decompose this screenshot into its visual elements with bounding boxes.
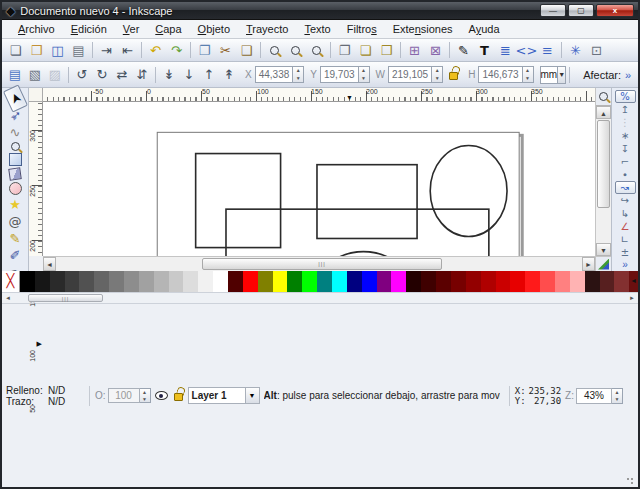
- menu-texto[interactable]: Texto: [296, 21, 338, 37]
- color-swatch[interactable]: [406, 271, 421, 292]
- deselect-icon[interactable]: ▨: [45, 65, 65, 84]
- color-swatch[interactable]: [555, 271, 570, 292]
- color-swatch[interactable]: [35, 271, 50, 292]
- flip-horizontal-icon[interactable]: ⇄: [112, 65, 132, 84]
- snap-path-intersections[interactable]: ∙: [615, 168, 636, 181]
- menu-capa[interactable]: Capa: [147, 21, 189, 37]
- color-swatch[interactable]: [525, 271, 540, 292]
- color-swatch[interactable]: [79, 271, 94, 292]
- x-field-spinner[interactable]: ▲▼: [293, 66, 304, 83]
- no-color-swatch[interactable]: ╳: [2, 271, 20, 292]
- xml-editor-icon[interactable]: <>: [516, 41, 537, 60]
- minimize-button[interactable]: —: [540, 4, 566, 17]
- vertical-ruler[interactable]: 30025020015010050▶: [29, 102, 43, 256]
- color-swatch[interactable]: [287, 271, 302, 292]
- lock-ratio-icon[interactable]: [449, 72, 458, 80]
- color-swatch[interactable]: [109, 271, 124, 292]
- overflow-chevron[interactable]: »: [622, 259, 628, 270]
- color-swatch[interactable]: [50, 271, 65, 292]
- snap-nodes[interactable]: ↧: [615, 142, 636, 155]
- palette-scrollbar[interactable]: ◄ ||| ►: [2, 292, 638, 304]
- spiral-tool[interactable]: @: [4, 213, 27, 230]
- color-swatch[interactable]: [213, 271, 228, 292]
- text-dialog-icon[interactable]: T: [474, 41, 495, 60]
- height-field-spinner[interactable]: ▲▼: [523, 66, 534, 83]
- color-swatch[interactable]: [94, 271, 109, 292]
- snap-smooth-nodes[interactable]: ↪: [615, 194, 636, 207]
- duplicate-icon[interactable]: ❐: [334, 41, 355, 60]
- color-swatch[interactable]: [391, 271, 406, 292]
- lower-icon[interactable]: ↓: [179, 65, 199, 84]
- export-icon[interactable]: ⇤: [117, 41, 138, 60]
- color-swatch[interactable]: [124, 271, 139, 292]
- horizontal-scrollbar[interactable]: ◄ ||| ►: [43, 256, 595, 271]
- menu-filtros[interactable]: Filtros: [339, 21, 385, 37]
- snap-grid[interactable]: ±: [615, 246, 636, 259]
- opacity-spinner[interactable]: ▲▼: [140, 388, 151, 403]
- color-swatch[interactable]: [466, 271, 481, 292]
- color-swatch[interactable]: [169, 271, 184, 292]
- menu-objeto[interactable]: Objeto: [190, 21, 238, 37]
- raise-to-top-icon[interactable]: ↟: [219, 65, 239, 84]
- palette-scroll-right[interactable]: ►: [626, 293, 638, 303]
- menu-trayecto[interactable]: Trayecto: [238, 21, 296, 37]
- ungroup-icon[interactable]: ⊠: [425, 41, 446, 60]
- width-field-spinner[interactable]: ▲▼: [432, 66, 443, 83]
- zoom-field[interactable]: 43%: [576, 388, 612, 404]
- zoom-drawing-icon[interactable]: [285, 41, 306, 60]
- raise-icon[interactable]: ↑: [199, 65, 219, 84]
- paste-icon[interactable]: ❑: [236, 41, 257, 60]
- x-field[interactable]: 44,338: [255, 66, 294, 83]
- scroll-down-arrow[interactable]: ▼: [596, 243, 611, 256]
- unit-select[interactable]: mm: [540, 66, 559, 84]
- palette-arrow-icon[interactable]: ◄: [629, 271, 638, 292]
- menu-archivo[interactable]: Archivo: [10, 21, 63, 37]
- snap-paths[interactable]: ⌐: [615, 155, 636, 168]
- close-button[interactable]: x: [596, 4, 634, 17]
- undo-icon[interactable]: ↶: [145, 41, 166, 60]
- menu-edición[interactable]: Edición: [63, 21, 115, 37]
- unit-select-dropdown[interactable]: ▼: [558, 66, 566, 84]
- color-swatch[interactable]: [436, 271, 451, 292]
- color-swatch[interactable]: [243, 271, 258, 292]
- zoom-selection-icon[interactable]: [264, 41, 285, 60]
- color-swatch[interactable]: [273, 271, 288, 292]
- star-tool[interactable]: ★: [4, 196, 27, 213]
- layer-lock-icon[interactable]: [174, 393, 183, 401]
- snap-bbox-corners[interactable]: ∗: [615, 129, 636, 142]
- cut-icon[interactable]: ✂: [215, 41, 236, 60]
- palette-scroll-thumb[interactable]: |||: [28, 294, 103, 302]
- color-swatch[interactable]: [302, 271, 317, 292]
- color-swatch[interactable]: [570, 271, 585, 292]
- color-swatch[interactable]: [258, 271, 273, 292]
- color-swatch[interactable]: [20, 271, 35, 292]
- snap-cusp-nodes[interactable]: ↝: [615, 181, 636, 194]
- color-swatch[interactable]: [421, 271, 436, 292]
- color-swatch[interactable]: [362, 271, 377, 292]
- unlink-clone-icon[interactable]: ❒: [376, 41, 397, 60]
- rectangle-tool[interactable]: [4, 152, 27, 167]
- color-swatch[interactable]: [317, 271, 332, 292]
- group-icon[interactable]: ⊞: [404, 41, 425, 60]
- layer-select-dropdown[interactable]: ▼: [246, 387, 260, 404]
- print-icon[interactable]: ▤: [68, 41, 89, 60]
- snap-object-centers[interactable]: ∠: [615, 220, 636, 233]
- color-swatch[interactable]: [496, 271, 511, 292]
- color-swatch[interactable]: [510, 271, 525, 292]
- color-swatch[interactable]: [585, 271, 600, 292]
- horizontal-scroll-thumb[interactable]: |||: [202, 258, 442, 270]
- align-dialog-icon[interactable]: ≡: [537, 41, 558, 60]
- menu-extensiones[interactable]: Extensiones: [385, 21, 461, 37]
- snap-midpoints[interactable]: ↳: [615, 207, 636, 220]
- color-managed-view-icon[interactable]: [595, 256, 611, 271]
- zoom-tool[interactable]: [4, 141, 27, 152]
- snap-rotation-centers[interactable]: ∟: [615, 233, 636, 246]
- zoom-spinner[interactable]: ▲▼: [612, 388, 623, 404]
- menu-ayuda[interactable]: Ayuda: [461, 21, 508, 37]
- vertical-scroll-thumb[interactable]: [597, 120, 610, 208]
- color-swatch[interactable]: [377, 271, 392, 292]
- rotate-cw-icon[interactable]: ↻: [92, 65, 112, 84]
- select-all-icon[interactable]: ▤: [5, 65, 25, 84]
- layers-dialog-icon[interactable]: ≣: [495, 41, 516, 60]
- document-properties-icon[interactable]: ⊡: [586, 41, 607, 60]
